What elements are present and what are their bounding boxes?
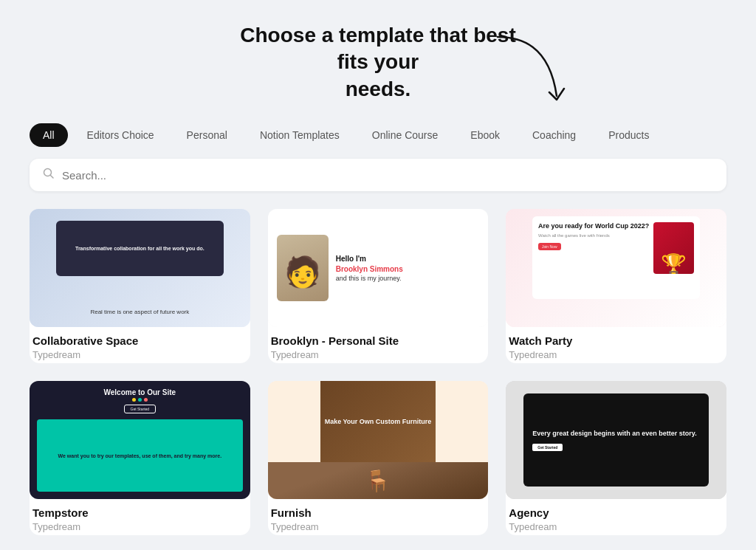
card-info: Tempstore Typedream bbox=[30, 499, 250, 535]
card-author: Typedream bbox=[271, 349, 486, 360]
template-card-furnish[interactable]: Make Your Own Custom Furniture 🪑 Furnish… bbox=[268, 381, 489, 535]
card-thumbnail: 🧑 Hello I'mBrooklyn Simmons and this is … bbox=[268, 209, 489, 327]
card-thumbnail: Make Your Own Custom Furniture 🪑 bbox=[268, 381, 489, 499]
card-info: Watch Party Typedream bbox=[506, 327, 726, 363]
preview-image: Transformative collaboration for all the… bbox=[56, 221, 224, 276]
card-author: Typedream bbox=[509, 349, 724, 360]
search-bar bbox=[30, 159, 726, 191]
card-thumbnail: Every great design begins with an even b… bbox=[506, 381, 726, 499]
tab-online-course[interactable]: Online Course bbox=[359, 123, 452, 147]
card-title: Agency bbox=[509, 506, 724, 519]
card-title: Watch Party bbox=[509, 334, 724, 347]
tab-coaching[interactable]: Coaching bbox=[519, 123, 589, 147]
card-author: Typedream bbox=[32, 349, 247, 360]
tab-personal[interactable]: Personal bbox=[173, 123, 241, 147]
template-card-agency[interactable]: Every great design begins with an even b… bbox=[506, 381, 726, 535]
card-title: Collaborative Space bbox=[32, 334, 247, 347]
tab-notion-templates[interactable]: Notion Templates bbox=[247, 123, 353, 147]
card-info: Collaborative Space Typedream bbox=[30, 327, 250, 363]
template-card-watch-party[interactable]: Are you ready for World Cup 2022? Watch … bbox=[506, 209, 726, 363]
card-title: Tempstore bbox=[32, 506, 247, 519]
tab-ebook[interactable]: Ebook bbox=[457, 123, 513, 147]
page-title: Choose a template that best fits your ne… bbox=[223, 22, 533, 103]
card-title: Brooklyn - Personal Site bbox=[271, 334, 486, 347]
card-thumbnail: Welcome to Our Site Get Started We want … bbox=[30, 381, 250, 499]
template-card-brooklyn[interactable]: 🧑 Hello I'mBrooklyn Simmons and this is … bbox=[268, 209, 489, 363]
card-author: Typedream bbox=[271, 521, 486, 532]
card-info: Brooklyn - Personal Site Typedream bbox=[268, 327, 489, 363]
search-icon bbox=[43, 168, 55, 182]
preview-image: 🏆 bbox=[653, 222, 694, 274]
page-header: Choose a template that best fits your ne… bbox=[30, 22, 726, 103]
card-info: Agency Typedream bbox=[506, 499, 726, 535]
svg-line-1 bbox=[50, 175, 53, 178]
tab-editors-choice[interactable]: Editors Choice bbox=[74, 123, 168, 147]
preview-image: Make Your Own Custom Furniture bbox=[320, 381, 436, 462]
card-thumbnail: Are you ready for World Cup 2022? Watch … bbox=[506, 209, 726, 327]
template-card-tempstore[interactable]: Welcome to Our Site Get Started We want … bbox=[30, 381, 250, 535]
card-info: Furnish Typedream bbox=[268, 499, 489, 535]
card-author: Typedream bbox=[32, 521, 247, 532]
card-thumbnail: Transformative collaboration for all the… bbox=[30, 209, 250, 327]
filter-tabs: All Editors Choice Personal Notion Templ… bbox=[30, 123, 726, 147]
card-title: Furnish bbox=[271, 506, 486, 519]
card-author: Typedream bbox=[509, 521, 724, 532]
tab-products[interactable]: Products bbox=[595, 123, 662, 147]
tab-all[interactable]: All bbox=[30, 123, 68, 147]
preview-face: 🧑 bbox=[277, 235, 329, 301]
template-card-collaborative-space[interactable]: Transformative collaboration for all the… bbox=[30, 209, 250, 363]
search-input[interactable] bbox=[62, 169, 713, 182]
template-grid: Transformative collaboration for all the… bbox=[30, 209, 726, 535]
